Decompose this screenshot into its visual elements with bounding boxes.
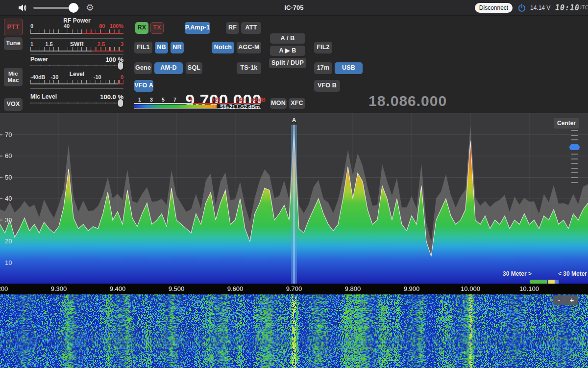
frequency-axis[interactable]: 9.2009.3009.4009.5009.6009.7009.8009.900…: [0, 284, 588, 294]
fil1-button[interactable]: FIL1: [134, 42, 152, 53]
a-to-b-button[interactable]: A ▶ B: [270, 46, 305, 56]
ts-button[interactable]: TS-1k: [237, 62, 261, 74]
center-button[interactable]: Center: [554, 118, 579, 129]
spectrum-y-label: 70: [5, 131, 12, 138]
xfc-button[interactable]: XFC: [289, 98, 305, 109]
spectrum-plot: [0, 113, 588, 284]
meter-tick-label: 1: [30, 41, 33, 47]
spectrum-y-label: 10: [5, 259, 12, 266]
spectrum-y-label: 60: [5, 152, 12, 159]
ref-level-slider-track[interactable]: [571, 130, 578, 186]
meter-tick-label: 100%: [110, 23, 123, 29]
meter-tick-label: -40dB: [30, 74, 46, 80]
s-meter-tick-label: 1: [138, 97, 141, 103]
tx-button[interactable]: TX: [150, 22, 164, 34]
usb-mode-button[interactable]: USB: [335, 62, 363, 74]
vox-button[interactable]: VOX: [4, 98, 23, 111]
frequency-tick-label: 10.100: [519, 285, 539, 292]
vfo-a-button[interactable]: VFO A: [134, 80, 153, 92]
tune-button[interactable]: Tune: [4, 37, 23, 50]
meter-tick-label: 80: [99, 23, 105, 29]
rf-power-meter: [30, 29, 123, 34]
spectrum-y-label: 20: [5, 237, 12, 245]
s-meter-tick-label: 9: [190, 97, 193, 103]
waterfall-zoom-in-button[interactable]: +: [565, 295, 578, 305]
fil2-button[interactable]: FIL2: [314, 42, 332, 53]
meter-tick-label: -30: [50, 74, 58, 80]
band-button[interactable]: 17m: [314, 62, 332, 74]
nr-button[interactable]: NR: [171, 42, 184, 53]
power-slider[interactable]: [30, 64, 123, 68]
waterfall-display[interactable]: [0, 294, 588, 368]
spectrum-y-label: 40: [5, 195, 12, 202]
disconnect-button[interactable]: Disconnect: [475, 3, 513, 13]
swr-scale: 11.52.53: [30, 41, 123, 47]
supply-voltage: 14.14 V: [530, 4, 550, 11]
meter-tick-label: 2.5: [98, 41, 105, 47]
s-meter: 13579+20+40+60dB S9+21 / -52 dBm: [134, 97, 261, 109]
rf-power-scale: 04080100%: [30, 23, 123, 29]
app-window: ⚙ IC-705 Disconnect 14.14 V 10:10 UTC PT…: [0, 0, 588, 368]
ref-level-slider-handle[interactable]: [569, 144, 580, 150]
frequency-tick-label: 9.600: [227, 285, 244, 292]
nb-button[interactable]: NB: [155, 42, 168, 53]
control-panel: PTT Tune Mic Mac VOX RF Power 04080100% …: [0, 16, 588, 113]
ptt-button[interactable]: PTT: [4, 19, 23, 35]
power-value: 100 %: [79, 56, 123, 63]
meter-tick-label: 0: [30, 23, 33, 29]
level-scale: -40dB-30-100: [30, 74, 123, 80]
spectrum-y-label: 50: [5, 174, 12, 181]
frequency-tick-label: 9.500: [169, 285, 185, 292]
top-bar: ⚙ IC-705 Disconnect 14.14 V 10:10 UTC: [0, 0, 588, 16]
sql-button[interactable]: SQL: [186, 62, 202, 74]
att-button[interactable]: ATT: [241, 22, 261, 34]
vfo-b-frequency[interactable]: 18.086.000: [368, 93, 447, 109]
vfo-a-marker-label: A: [289, 117, 299, 124]
rf-gain-button[interactable]: RF: [226, 22, 239, 34]
band-edge-left-label[interactable]: 30 Meter >: [485, 270, 532, 277]
s-meter-fill: [134, 105, 217, 108]
s-meter-reading: S9+21 / -52 dBm: [220, 104, 260, 110]
frequency-tick-label: 9.200: [0, 285, 8, 292]
meter-tick-label: 40: [64, 23, 70, 29]
s-meter-tick-label: 5: [162, 97, 165, 103]
swr-meter: [30, 47, 123, 52]
mon-button[interactable]: MON: [270, 98, 287, 109]
s-meter-tick-label: 7: [173, 97, 176, 103]
mic-level-label: Mic Level: [30, 93, 57, 100]
mic-level-slider[interactable]: [30, 101, 123, 105]
preamp-button[interactable]: P.Amp-1: [185, 22, 210, 34]
frequency-tick-label: 9.800: [345, 285, 361, 292]
rx-button[interactable]: RX: [135, 22, 148, 34]
mic-level-slider-handle[interactable]: [118, 99, 123, 107]
frequency-tick-label: 9.700: [286, 285, 302, 292]
mic-mac-button[interactable]: Mic Mac: [4, 68, 23, 86]
frequency-tick-label: 9.300: [51, 285, 67, 292]
notch-button[interactable]: Notch: [212, 42, 234, 53]
meter-tick-label: 3: [121, 41, 123, 47]
spectrum-display[interactable]: 70605040302010 A Center 30 Meter > < 30 …: [0, 113, 588, 284]
waterfall-zoom-out-button[interactable]: -: [553, 295, 565, 305]
s-meter-tick-label: +20: [212, 97, 220, 103]
mode-button[interactable]: AM-D: [154, 62, 183, 74]
utc-clock: 10:10: [555, 3, 580, 12]
frequency-tick-label: 10.000: [461, 285, 480, 292]
power-label: Power: [30, 56, 48, 63]
frequency-tick-label: 9.400: [110, 285, 126, 292]
meter-tick-label: 0: [121, 74, 123, 80]
frequency-tick-label: 9.900: [404, 285, 420, 292]
band-edge-right-label[interactable]: < 30 Meter: [554, 270, 587, 277]
s-meter-tick-label: +60dB: [250, 97, 266, 103]
vfo-b-button[interactable]: VFO B: [314, 80, 340, 92]
power-slider-handle[interactable]: [118, 62, 123, 70]
ab-swap-button[interactable]: A / B: [270, 33, 305, 44]
gene-button[interactable]: Gene: [134, 62, 152, 74]
agc-button[interactable]: AGC-M: [237, 42, 261, 53]
meter-tick-label: 1.5: [45, 41, 52, 47]
split-dup-button[interactable]: Split / DUP: [269, 58, 306, 68]
s-meter-bar: S9+21 / -52 dBm: [134, 105, 261, 109]
meter-tick-label: -10: [94, 74, 101, 80]
mic-level-value: 100.0 %: [79, 93, 123, 101]
spectrum-y-label: 30: [5, 216, 12, 224]
power-icon[interactable]: [517, 3, 526, 12]
